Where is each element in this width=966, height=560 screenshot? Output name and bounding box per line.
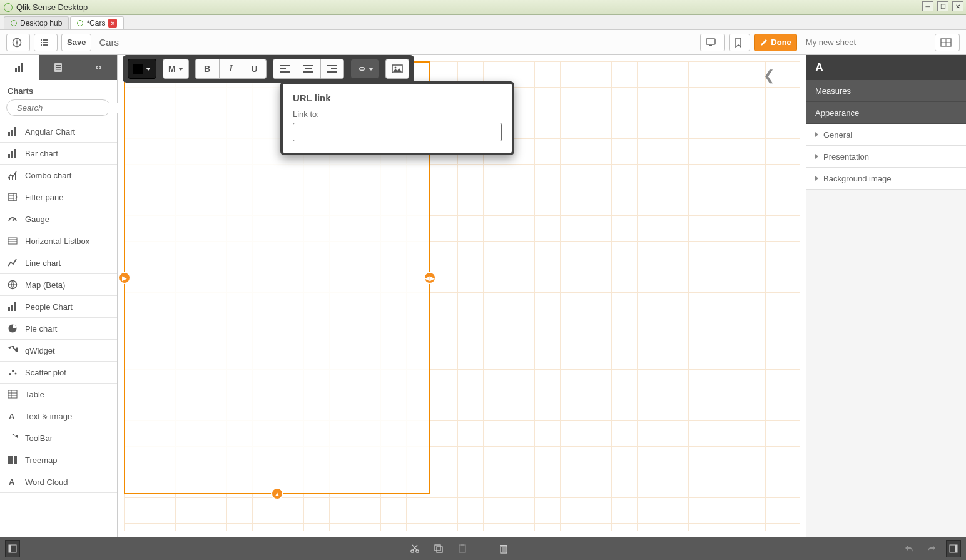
redo-button[interactable] (921, 540, 942, 557)
svg-rect-8 (709, 45, 712, 46)
search-input-wrap[interactable] (6, 99, 111, 116)
list-item[interactable]: Line chart (0, 252, 117, 274)
svg-rect-65 (9, 545, 11, 552)
svg-rect-68 (435, 545, 440, 551)
qlik-logo-icon (77, 20, 83, 26)
list-item[interactable]: People Chart (0, 296, 117, 318)
font-size-button[interactable]: M (163, 59, 189, 79)
page-icon (53, 62, 64, 73)
save-button[interactable]: Save (61, 34, 91, 51)
svg-rect-51 (8, 461, 13, 464)
svg-rect-27 (9, 177, 10, 180)
svg-rect-32 (8, 238, 17, 244)
copy-button[interactable] (428, 540, 449, 557)
global-menu-button[interactable] (6, 34, 30, 51)
url-link-popover: URL link Link to: (280, 81, 514, 155)
list-item[interactable]: Map (Beta) (0, 274, 117, 296)
underline-button[interactable]: U (243, 59, 267, 79)
svg-rect-43 (8, 390, 17, 398)
align-right-button[interactable] (320, 59, 344, 79)
maximize-button[interactable]: ☐ (937, 1, 948, 11)
bold-button[interactable]: B (195, 59, 219, 79)
list-menu-button[interactable] (34, 34, 58, 51)
list-item[interactable]: Pie chart (0, 318, 117, 340)
undo-button[interactable] (898, 540, 920, 557)
prev-sheet-button[interactable]: ❮ (763, 68, 775, 84)
toggle-left-panel-button[interactable] (5, 540, 20, 557)
align-center-button[interactable] (297, 59, 320, 79)
svg-rect-24 (8, 154, 10, 158)
assets-tab-fields[interactable] (39, 55, 78, 80)
text-color-button[interactable] (128, 59, 156, 79)
prop-background-image[interactable]: Background image (806, 168, 966, 190)
cut-button[interactable] (404, 540, 425, 557)
insert-link-button[interactable] (350, 59, 379, 79)
tab-label: Desktop hub (20, 19, 62, 28)
chevron-right-icon (815, 176, 818, 181)
prop-presentation[interactable]: Presentation (806, 146, 966, 168)
list-item[interactable]: ToolBar (0, 427, 117, 449)
resize-handle-left[interactable]: ▶ (118, 272, 131, 284)
qlik-logo-icon (11, 20, 17, 26)
list-item[interactable]: AWord Cloud (0, 471, 117, 493)
chevron-right-icon (815, 154, 818, 159)
list-item[interactable]: Gauge (0, 208, 117, 230)
section-measures[interactable]: Measures (806, 80, 966, 102)
italic-button[interactable]: I (219, 59, 243, 79)
svg-rect-5 (41, 44, 42, 46)
svg-rect-2 (43, 39, 48, 41)
svg-rect-60 (331, 68, 337, 69)
sheets-button[interactable] (935, 34, 960, 51)
svg-rect-69 (437, 547, 442, 552)
svg-rect-56 (303, 65, 313, 66)
prop-general[interactable]: General (806, 124, 966, 146)
url-input[interactable] (293, 123, 502, 141)
toggle-right-panel-button[interactable] (946, 540, 961, 557)
tab-desktop-hub[interactable]: Desktop hub (4, 16, 69, 29)
close-button[interactable]: ✕ (952, 1, 963, 11)
list-item[interactable]: Treemap (0, 449, 117, 471)
svg-rect-49 (14, 456, 17, 459)
list-item[interactable]: Scatter plot (0, 362, 117, 384)
svg-rect-3 (41, 42, 42, 43)
image-icon (392, 64, 403, 73)
list-item[interactable]: qWidget (0, 340, 117, 362)
done-button[interactable]: Done (754, 34, 797, 51)
svg-rect-14 (21, 63, 23, 72)
color-swatch-icon (133, 64, 143, 74)
close-tab-icon[interactable]: × (108, 19, 117, 28)
list-item[interactable]: Combo chart (0, 165, 117, 186)
list-item[interactable]: AText & image (0, 405, 117, 427)
list-item[interactable]: Table (0, 384, 117, 405)
sheet-name-label[interactable]: My new sheet (806, 38, 856, 47)
minimize-button[interactable]: ─ (922, 1, 933, 11)
text-format-toolbar: M B I U (123, 55, 414, 83)
section-appearance[interactable]: Appearance (806, 102, 966, 124)
delete-button[interactable] (493, 540, 514, 557)
bookmarks-button[interactable] (729, 34, 750, 51)
devices-button[interactable] (700, 34, 725, 51)
svg-point-63 (394, 67, 396, 69)
resize-handle-bottom[interactable]: ▲ (271, 487, 283, 500)
search-input[interactable] (17, 103, 123, 113)
align-center-icon (303, 65, 313, 73)
bookmark-icon (735, 38, 742, 48)
pencil-icon (760, 38, 768, 47)
svg-rect-36 (8, 307, 10, 311)
insert-image-button[interactable] (385, 59, 409, 79)
assets-tab-master[interactable] (78, 55, 117, 80)
list-item[interactable]: Horizontal Listbox (0, 230, 117, 252)
list-item[interactable]: Bar chart (0, 143, 117, 165)
done-label: Done (771, 38, 791, 47)
tab-app-cars[interactable]: *Cars × (70, 16, 124, 29)
svg-rect-38 (14, 302, 16, 311)
paste-button[interactable] (452, 540, 473, 557)
qlik-logo-icon (4, 3, 13, 12)
svg-point-42 (15, 373, 17, 375)
svg-rect-21 (8, 132, 10, 136)
list-item[interactable]: Angular Chart (0, 121, 117, 143)
resize-handle-right[interactable]: ◀▶ (424, 272, 436, 284)
align-left-button[interactable] (273, 59, 297, 79)
list-item[interactable]: Filter pane (0, 186, 117, 208)
assets-tab-charts[interactable] (0, 55, 39, 80)
